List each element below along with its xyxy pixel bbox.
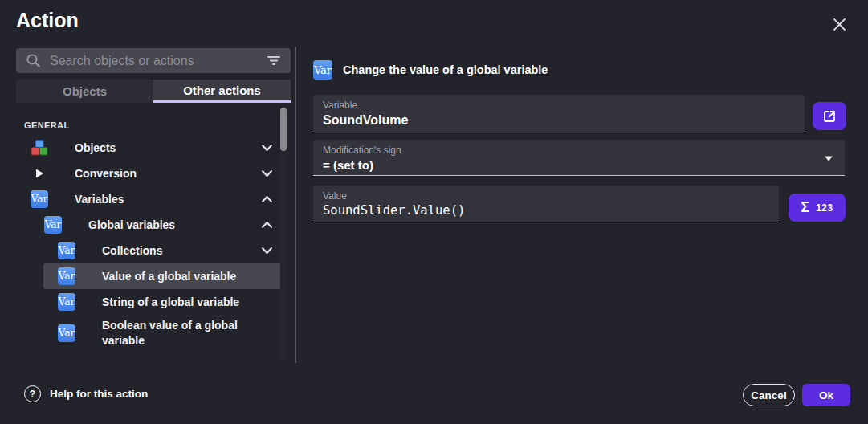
sidebar-item-label: Collections xyxy=(102,243,162,259)
sidebar-scrollbar xyxy=(280,106,287,363)
conversion-triangle-icon xyxy=(30,167,49,180)
chevron-down-icon[interactable] xyxy=(261,169,273,177)
variable-field[interactable]: Variable SoundVolume xyxy=(313,95,805,133)
var-icon: Var xyxy=(43,216,63,234)
cancel-button[interactable]: Cancel xyxy=(743,384,795,406)
scrollbar-thumb[interactable] xyxy=(280,108,287,151)
value-field[interactable]: Value SoundSlider.Value() xyxy=(313,186,779,222)
sidebar-item-label: Value of a global variable xyxy=(102,269,236,284)
tab-bar: Objects Other actions xyxy=(16,80,291,103)
modification-sign-select[interactable]: Modification's sign = (set to) xyxy=(313,140,845,176)
chevron-down-icon[interactable] xyxy=(261,247,273,255)
var-icon: Var xyxy=(30,190,49,208)
value-field-value[interactable]: SoundSlider.Value() xyxy=(323,203,769,218)
chevron-down-icon[interactable] xyxy=(261,144,273,152)
sign-field-value: = (set to) xyxy=(323,158,835,172)
open-variable-editor-button[interactable] xyxy=(813,102,846,130)
sidebar-item-string-of-global-variable[interactable]: Var String of a global variable xyxy=(43,289,285,315)
filter-icon[interactable] xyxy=(267,55,281,66)
chevron-up-icon[interactable] xyxy=(261,221,273,229)
sidebar-item-label: Conversion xyxy=(75,166,137,181)
caret-down-icon xyxy=(824,156,833,161)
var-icon: Var xyxy=(313,60,332,80)
help-for-action-link[interactable]: ? Help for this action xyxy=(24,385,148,402)
action-title: Change the value of a global variable xyxy=(343,63,548,76)
objects-cubes-icon xyxy=(30,138,49,157)
tab-objects[interactable]: Objects xyxy=(16,80,153,103)
sigma-icon: Σ xyxy=(801,199,809,216)
var-icon: Var xyxy=(57,267,76,285)
close-icon[interactable] xyxy=(829,14,849,34)
var-icon: Var xyxy=(57,293,76,311)
tree-section-general: GENERAL xyxy=(16,112,285,135)
expression-builder-button[interactable]: Σ 123 xyxy=(789,194,846,222)
sidebar-item-label: String of a global variable xyxy=(102,295,239,310)
sidebar-item-global-variables[interactable]: Var Global variables xyxy=(30,212,285,238)
sidebar-item-collections[interactable]: Var Collections xyxy=(43,238,285,263)
help-label: Help for this action xyxy=(50,388,148,400)
action-header: Var Change the value of a global variabl… xyxy=(313,60,548,80)
search-icon xyxy=(26,53,41,68)
page-title: Action xyxy=(16,9,79,32)
sidebar-item-value-of-global-variable[interactable]: Var Value of a global variable xyxy=(43,263,285,289)
tab-other-actions[interactable]: Other actions xyxy=(153,80,291,103)
help-question-icon: ? xyxy=(24,385,41,402)
sidebar-item-variables[interactable]: Var Variables xyxy=(16,186,285,212)
ok-button[interactable]: Ok xyxy=(802,384,850,406)
open-in-new-icon xyxy=(821,108,837,124)
value-field-label: Value xyxy=(323,190,769,202)
sidebar-item-label: Global variables xyxy=(88,218,175,233)
sidebar-item-boolean-of-global-variable[interactable]: Var Boolean value of a global variable xyxy=(43,315,285,352)
actions-tree: GENERAL Objects Conversion xyxy=(16,112,285,352)
sidebar-item-objects[interactable]: Objects xyxy=(16,135,285,161)
sidebar-item-label: Variables xyxy=(75,192,124,207)
sidebar-item-label: Objects xyxy=(75,141,116,156)
sidebar-item-conversion[interactable]: Conversion xyxy=(16,161,285,186)
sign-field-label: Modification's sign xyxy=(323,145,835,156)
search-bar[interactable] xyxy=(16,48,291,73)
sidebar-item-label: Boolean value of a global variable xyxy=(102,318,247,349)
action-dialog: Action Objects Other actions GENERAL xyxy=(0,0,868,424)
search-input[interactable] xyxy=(50,54,267,68)
var-icon: Var xyxy=(57,324,76,342)
panel-divider xyxy=(295,47,296,363)
variable-field-value[interactable]: SoundVolume xyxy=(323,113,795,128)
chevron-up-icon[interactable] xyxy=(261,195,273,203)
expression-123-label: 123 xyxy=(816,202,833,214)
variable-field-label: Variable xyxy=(323,100,795,111)
var-icon: Var xyxy=(57,242,76,259)
